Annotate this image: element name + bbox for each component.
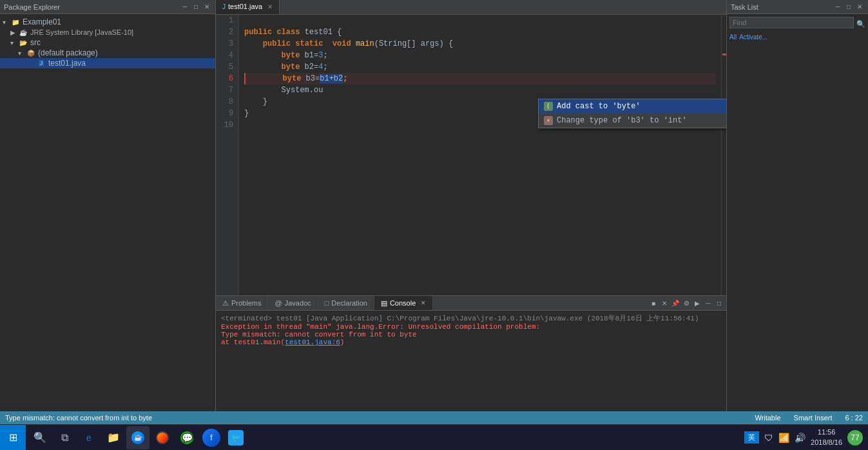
- status-bar: Type mismatch: cannot convert from int t…: [0, 411, 868, 424]
- ac-label-0: Add cast to 'byte': [557, 102, 641, 111]
- task-list-content: 🔍 All Activate...: [727, 14, 868, 43]
- tab-console[interactable]: ▤ Console ✕: [374, 296, 433, 310]
- taskbar-time[interactable]: 11:56 2018/8/16: [811, 427, 842, 447]
- tab-javadoc[interactable]: @ Javadoc: [268, 296, 318, 310]
- tree-label-src: src: [30, 38, 41, 47]
- java-file-icon: J: [36, 59, 46, 68]
- bottom-panel: ⚠ Problems @ Javadoc □ Declaration ▤ Con…: [216, 295, 726, 411]
- console-close-icon[interactable]: ✕: [421, 300, 426, 306]
- tasklist-maximize-icon[interactable]: □: [844, 3, 853, 12]
- top-area: Package Explorer ─ □ ✕ ▾ 📁 Example01: [0, 0, 868, 411]
- minimize-icon[interactable]: ─: [180, 3, 189, 12]
- console-stop-icon[interactable]: ■: [649, 298, 658, 308]
- arrow-pkg-icon: ▾: [18, 50, 26, 57]
- tree-item-test01[interactable]: ▶ J test01.java: [0, 58, 215, 68]
- task-find-input[interactable]: [729, 17, 854, 28]
- taskbar-task-view[interactable]: ⧉: [53, 426, 76, 449]
- status-message: Type mismatch: cannot convert from int t…: [5, 414, 152, 422]
- ac-change-icon: ⚡: [544, 116, 553, 125]
- editor-tab-test01[interactable]: J test01.java ✕: [216, 0, 280, 14]
- console-options-icon[interactable]: ⚙: [682, 298, 691, 308]
- code-line-6: byte b3=b1+b2;: [244, 73, 716, 84]
- taskbar-app3[interactable]: ☕: [126, 426, 149, 449]
- taskbar-app6[interactable]: f: [200, 426, 223, 449]
- code-line-7: System.ou: [244, 84, 716, 96]
- taskbar-sound-icon: 🔊: [795, 433, 805, 443]
- console-error-3: at test01.main(test01.java:6): [221, 338, 721, 346]
- task-search-icon[interactable]: 🔍: [856, 20, 865, 28]
- code-line-2: public class test01 {: [244, 26, 716, 38]
- console-maximize-icon[interactable]: □: [715, 298, 724, 308]
- autocomplete-item-0[interactable]: ( Add cast to 'byte': [539, 99, 726, 113]
- code-area: 1 2 3 4 5 6 7 8 9 10: [216, 15, 721, 295]
- console-output: <terminated> test01 [Java Application] C…: [216, 311, 726, 411]
- task-filter-buttons: All Activate...: [729, 34, 865, 41]
- taskbar-app7[interactable]: 🐦: [224, 426, 247, 449]
- start-button[interactable]: ⊞: [0, 425, 26, 451]
- console-error-1: Exception in thread "main" java.lang.Err…: [221, 323, 721, 331]
- code-line-5: byte b2=4;: [244, 61, 716, 73]
- taskbar-search[interactable]: 🔍: [28, 426, 52, 449]
- linenum-2: 2: [221, 26, 233, 38]
- status-right: Writable Smart Insert 6 : 22: [755, 414, 863, 422]
- console-clear-icon[interactable]: ✕: [660, 298, 669, 308]
- code-line-1: [244, 15, 716, 26]
- declaration-icon: □: [325, 299, 329, 307]
- status-writable: Writable: [755, 414, 780, 422]
- taskbar-edge[interactable]: e: [77, 426, 101, 449]
- src-folder-icon: 📂: [18, 38, 28, 47]
- package-explorer-title: Package Explorer: [4, 3, 60, 11]
- close-icon[interactable]: ✕: [202, 3, 211, 12]
- taskbar-date-value: 2018/8/16: [811, 438, 842, 447]
- tab-declaration-label: Declaration: [331, 299, 367, 307]
- package-explorer-panel: Package Explorer ─ □ ✕ ▾ 📁 Example01: [0, 0, 216, 411]
- task-list-titlebar: Task List ─ □ ✕: [727, 0, 868, 14]
- tree-item-example01[interactable]: ▾ 📁 Example01: [0, 17, 215, 27]
- package-explorer-titlebar: Package Explorer ─ □ ✕: [0, 0, 215, 14]
- task-all-label[interactable]: All: [729, 34, 737, 41]
- tree-item-default-pkg[interactable]: ▾ 📦 (default package): [0, 48, 215, 58]
- tab-problems[interactable]: ⚠ Problems: [216, 296, 268, 310]
- linenum-6: 6: [221, 73, 233, 84]
- taskbar-user-avatar[interactable]: 77: [847, 430, 863, 445]
- tab-declaration[interactable]: □ Declaration: [318, 296, 374, 310]
- tree-item-jre[interactable]: ▶ ☕ JRE System Library [JavaSE-10]: [0, 27, 215, 37]
- editor-tabs: J test01.java ✕: [216, 0, 726, 15]
- tab-console-label: Console: [390, 299, 416, 307]
- taskbar-app4[interactable]: [151, 426, 174, 449]
- console-run-icon[interactable]: ▶: [693, 298, 702, 308]
- status-insert-mode: Smart Insert: [794, 414, 833, 422]
- taskbar-lang[interactable]: 英: [744, 431, 759, 444]
- task-activate-label[interactable]: Activate...: [739, 34, 767, 41]
- tasklist-close-icon[interactable]: ✕: [855, 3, 864, 12]
- taskbar-app5[interactable]: 💬: [175, 426, 198, 449]
- tree-item-src[interactable]: ▾ 📂 src: [0, 37, 215, 48]
- tree-label-example01: Example01: [23, 17, 61, 26]
- editor-scroll[interactable]: 1 2 3 4 5 6 7 8 9 10: [216, 15, 721, 295]
- linenum-3: 3: [221, 38, 233, 50]
- java-tab-icon: J: [222, 3, 226, 10]
- tasklist-minimize-icon[interactable]: ─: [833, 3, 842, 12]
- status-position: 6 : 22: [845, 414, 863, 422]
- linenum-4: 4: [221, 50, 233, 61]
- panel-title-icons: ─ □ ✕: [180, 3, 211, 12]
- maximize-icon[interactable]: □: [191, 3, 200, 12]
- minimap-error-indicator: [722, 54, 726, 55]
- console-error-link[interactable]: test01.java:6: [285, 338, 340, 346]
- task-list-panel: Task List ─ □ ✕ 🔍 All Activate...: [726, 0, 868, 411]
- autocomplete-item-1[interactable]: ⚡ Change type of 'b3' to 'int': [539, 113, 726, 128]
- console-error-4: ): [340, 338, 345, 346]
- linenum-9: 9: [221, 108, 233, 119]
- console-pin-icon[interactable]: 📌: [671, 298, 680, 308]
- line-numbers: 1 2 3 4 5 6 7 8 9 10: [216, 15, 239, 295]
- linenum-7: 7: [221, 84, 233, 96]
- task-list-title: Task List: [731, 3, 758, 11]
- main-editor-area: J test01.java ✕ 1 2 3 4 5: [216, 0, 726, 411]
- arrow-icon: ▾: [3, 19, 10, 26]
- task-search-row: 🔍: [729, 17, 865, 31]
- taskbar-explorer[interactable]: 📁: [102, 426, 125, 449]
- console-error-2: Type mismatch: cannot convert from int t…: [221, 331, 721, 338]
- tab-close-icon[interactable]: ✕: [267, 3, 273, 10]
- code-lines[interactable]: public class test01 { public static void…: [239, 15, 721, 295]
- console-minimize-icon[interactable]: ─: [704, 298, 713, 308]
